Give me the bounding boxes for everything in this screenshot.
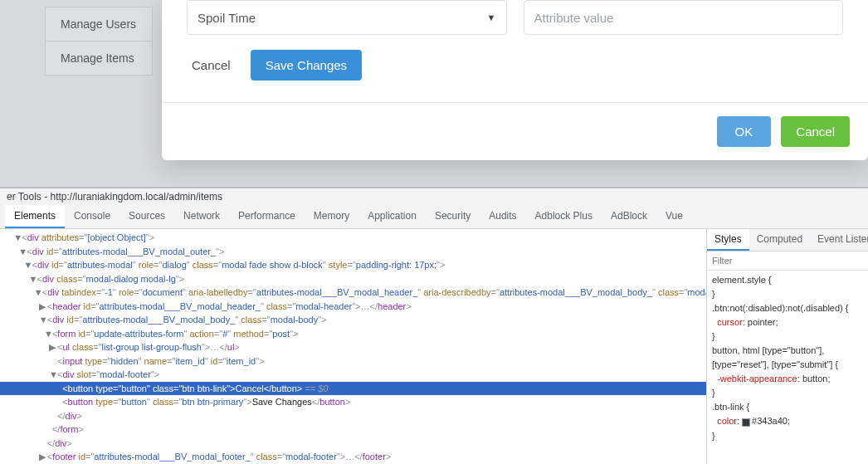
devtools-panel: er Tools - http://luraniakingdom.local/a…	[0, 187, 868, 464]
style-rule[interactable]: button, html [type="button"], [type="res…	[712, 344, 863, 400]
dom-line[interactable]: ▼<div id="attributes-modal" role="dialog…	[0, 258, 706, 272]
dom-line[interactable]: ▶<header id="attributes-modal___BV_modal…	[0, 300, 706, 314]
dom-line[interactable]: ▼<div slot="modal-footer">	[0, 368, 706, 382]
devtools-tab-console[interactable]: Console	[65, 205, 119, 228]
dom-line[interactable]: ▼<div id="attributes-modal___BV_modal_bo…	[0, 313, 706, 327]
dom-line[interactable]: </form>	[0, 422, 706, 437]
devtools-title: er Tools - http://luraniakingdom.local/a…	[0, 188, 868, 205]
styles-tab-styles[interactable]: Styles	[707, 229, 749, 251]
modal-footer: OK Cancel	[162, 102, 868, 160]
dom-line[interactable]: <button type="button" class="btn btn-pri…	[0, 395, 706, 409]
devtools-tabs: ElementsConsoleSourcesNetworkPerformance…	[0, 205, 868, 229]
modal-cancel-button[interactable]: Cancel	[781, 116, 850, 147]
dom-line[interactable]: ▼<div tabindex="-1" role="document" aria…	[0, 286, 706, 300]
attributes-modal: Spoil Time ▼ Cancel Save Changes OK Canc…	[162, 0, 868, 160]
dom-line[interactable]: ▼<div attributes="[object Object]">	[0, 231, 706, 245]
styles-rules[interactable]: element.style {}.btn:not(:disabled):not(…	[707, 271, 868, 464]
devtools-tab-memory[interactable]: Memory	[305, 205, 358, 228]
cancel-button[interactable]: Cancel	[187, 50, 236, 81]
style-rule[interactable]: .btn-link { color: #343a40;}	[712, 400, 863, 442]
dom-line[interactable]: ▼<form id="update-attributes-form" actio…	[0, 327, 706, 341]
save-changes-button[interactable]: Save Changes	[251, 50, 362, 81]
styles-filter-input[interactable]	[712, 256, 863, 266]
devtools-tab-adblock[interactable]: AdBlock	[602, 205, 656, 228]
dom-line[interactable]: ▶<ul class="list-group list-group-flush"…	[0, 340, 706, 354]
dom-line[interactable]: ▼<div class="modal-dialog modal-lg">	[0, 272, 706, 286]
styles-panel: StylesComputedEvent Listeners element.st…	[706, 229, 868, 464]
dom-line[interactable]: <button type="button" class="btn btn-lin…	[0, 382, 706, 396]
dom-tree[interactable]: ▼<div attributes="[object Object]"> ▼<di…	[0, 229, 706, 464]
dom-line[interactable]: ▼<div id="attributes-modal___BV_modal_ou…	[0, 245, 706, 259]
devtools-tab-application[interactable]: Application	[358, 205, 426, 228]
style-rule[interactable]: element.style {}	[712, 273, 863, 301]
dom-line[interactable]: ▶<footer id="attributes-modal___BV_modal…	[0, 450, 706, 464]
styles-tab-computed[interactable]: Computed	[749, 229, 810, 251]
attribute-select[interactable]: Spoil Time ▼	[187, 0, 507, 35]
devtools-tab-elements[interactable]: Elements	[5, 205, 65, 228]
devtools-tab-security[interactable]: Security	[426, 205, 480, 228]
attribute-value-input[interactable]	[524, 0, 844, 35]
style-rule[interactable]: .btn:not(:disabled):not(.disabled) { cur…	[712, 301, 863, 344]
devtools-tab-audits[interactable]: Audits	[480, 205, 525, 228]
dom-line[interactable]: </div>	[0, 409, 706, 423]
devtools-tab-sources[interactable]: Sources	[119, 205, 174, 228]
devtools-tab-vue[interactable]: Vue	[656, 205, 692, 228]
ok-button[interactable]: OK	[717, 116, 772, 147]
chevron-down-icon: ▼	[487, 12, 496, 22]
dom-line[interactable]: <input type="hidden" name="item_id" id="…	[0, 354, 706, 369]
devtools-tab-adblock-plus[interactable]: Adblock Plus	[526, 205, 602, 228]
styles-tab-event-listeners[interactable]: Event Listeners	[810, 229, 868, 251]
modal-body: Spoil Time ▼ Cancel Save Changes	[162, 0, 868, 102]
devtools-tab-network[interactable]: Network	[174, 205, 229, 228]
attribute-select-value: Spoil Time	[197, 11, 256, 25]
dom-line[interactable]: </div>	[0, 437, 706, 451]
devtools-tab-performance[interactable]: Performance	[229, 205, 305, 228]
